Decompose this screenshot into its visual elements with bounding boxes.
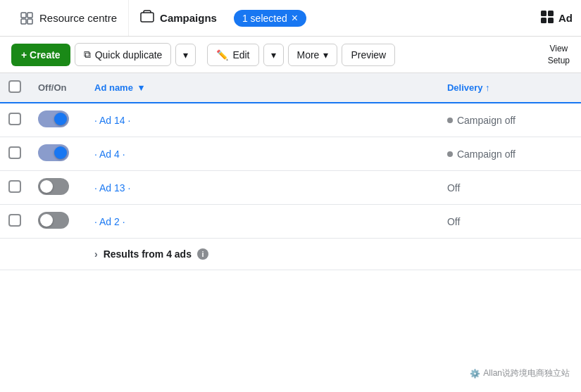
watermark: ⚙️ Allan说跨境电商独立站 (470, 367, 570, 379)
nav-resource-centre[interactable]: Resource centre (8, 0, 129, 36)
resource-centre-icon (20, 11, 34, 25)
row-toggle[interactable] (38, 212, 69, 229)
selected-badge: 1 selected × (234, 10, 306, 27)
row-adname-cell: · Ad 2 · (86, 205, 439, 239)
toolbar: + Create ⧉ Quick duplicate ▾ ✏️ Edit ▾ M… (0, 37, 581, 73)
row-checkbox[interactable] (8, 113, 21, 125)
row-checkbox[interactable] (8, 146, 21, 159)
view-setup-button[interactable]: View Setup (548, 43, 570, 67)
row-checkbox[interactable] (8, 180, 21, 193)
edit-button[interactable]: ✏️ Edit (207, 44, 258, 66)
table-header: Off/On Ad name ▾ Delivery ↑ (0, 73, 581, 103)
results-label-cell: › Results from 4 ads i (86, 239, 581, 270)
quick-duplicate-dropdown[interactable]: ▾ (175, 44, 196, 66)
row-adname[interactable]: · Ad 14 · (94, 115, 130, 126)
svg-rect-3 (27, 19, 32, 24)
delivery-text: Off (447, 182, 460, 194)
watermark-text: Allan说跨境电商独立站 (483, 367, 570, 379)
toggle-track[interactable] (38, 178, 69, 195)
svg-rect-1 (27, 13, 32, 18)
row-delivery-cell: Off (439, 205, 581, 239)
svg-rect-2 (21, 19, 26, 24)
quick-duplicate-button[interactable]: ⧉ Quick duplicate (75, 43, 172, 66)
row-delivery-cell: Off (439, 171, 581, 205)
toggle-track[interactable] (38, 212, 69, 229)
select-all-checkbox[interactable] (8, 80, 21, 93)
toggle-thumb (40, 180, 53, 193)
table-row: · Ad 13 ·Off (0, 171, 581, 205)
ads-table: Off/On Ad name ▾ Delivery ↑ · Ad 14 ·Cam… (0, 73, 581, 270)
th-delivery[interactable]: Delivery ↑ (439, 73, 581, 103)
delivery-status: Campaign off (447, 148, 573, 160)
campaigns-icon (140, 10, 154, 26)
ad-sets-label: Ad (558, 12, 573, 24)
resource-centre-label: Resource centre (39, 12, 117, 24)
svg-rect-0 (21, 13, 26, 18)
ad-sets-icon (540, 10, 554, 26)
toggle-track[interactable] (38, 144, 69, 161)
row-toggle[interactable] (38, 178, 69, 195)
expand-results-icon[interactable]: › (94, 248, 98, 260)
more-label: More (297, 49, 320, 61)
table-row: · Ad 14 ·Campaign off (0, 103, 581, 137)
chevron-down-icon: ▾ (183, 49, 188, 61)
svg-rect-8 (548, 18, 554, 23)
preview-button[interactable]: Preview (342, 44, 395, 66)
row-toggle[interactable] (38, 144, 69, 161)
row-adname[interactable]: · Ad 13 · (94, 182, 130, 194)
row-adname-cell: · Ad 14 · (86, 103, 439, 137)
toggle-thumb (54, 146, 67, 159)
edit-icon: ✏️ (216, 49, 228, 61)
svg-rect-4 (141, 13, 154, 22)
table-row: · Ad 4 ·Campaign off (0, 137, 581, 171)
deselect-button[interactable]: × (292, 13, 298, 24)
nav-right: Ad (540, 10, 573, 26)
chevron-down-icon-2: ▾ (271, 49, 276, 61)
watermark-icon: ⚙️ (470, 369, 480, 379)
info-icon[interactable]: i (197, 248, 208, 260)
row-checkbox-cell (0, 103, 30, 137)
svg-rect-6 (548, 11, 554, 16)
delivery-text: Off (447, 216, 460, 227)
results-cb-cell (0, 239, 30, 270)
svg-rect-5 (541, 11, 546, 16)
delivery-dot-icon (447, 151, 453, 157)
edit-label: Edit (232, 49, 249, 61)
nav-ad-sets[interactable]: Ad (540, 10, 573, 26)
toggle-thumb (54, 113, 67, 125)
row-checkbox-cell (0, 171, 30, 205)
sort-adname-icon: ▾ (139, 82, 144, 93)
row-delivery-cell: Campaign off (439, 103, 581, 137)
create-button[interactable]: + Create (11, 44, 70, 66)
results-toggle-cell (30, 239, 86, 270)
results-row: › Results from 4 ads i (0, 239, 581, 270)
delivery-status: Campaign off (447, 115, 573, 126)
nav-campaigns[interactable]: Campaigns (129, 0, 228, 36)
chevron-down-icon-3: ▾ (323, 49, 328, 61)
th-offon: Off/On (30, 73, 86, 103)
more-button[interactable]: More ▾ (288, 44, 338, 66)
svg-rect-7 (541, 18, 546, 23)
results-label: Results from 4 ads (104, 248, 192, 260)
row-checkbox[interactable] (8, 214, 21, 227)
row-adname-cell: · Ad 4 · (86, 137, 439, 171)
delivery-dot-icon (447, 118, 453, 123)
top-nav: Resource centre Campaigns 1 selected × (0, 0, 581, 37)
toggle-thumb (40, 214, 53, 227)
toggle-track[interactable] (38, 110, 69, 127)
edit-dropdown[interactable]: ▾ (263, 44, 284, 66)
row-delivery-cell: Campaign off (439, 137, 581, 171)
row-adname[interactable]: · Ad 2 · (94, 216, 125, 227)
th-adname[interactable]: Ad name ▾ (86, 73, 439, 103)
row-toggle-cell (30, 103, 86, 137)
row-checkbox-cell (0, 137, 30, 171)
row-adname[interactable]: · Ad 4 · (94, 148, 125, 160)
delivery-text: Campaign off (457, 115, 516, 126)
view-setup-label: View Setup (548, 43, 570, 67)
th-select-all[interactable] (0, 73, 30, 103)
row-toggle[interactable] (38, 110, 69, 127)
results-inner: › Results from 4 ads i (94, 248, 573, 260)
selected-count: 1 selected (242, 13, 287, 24)
row-toggle-cell (30, 137, 86, 171)
row-toggle-cell (30, 171, 86, 205)
